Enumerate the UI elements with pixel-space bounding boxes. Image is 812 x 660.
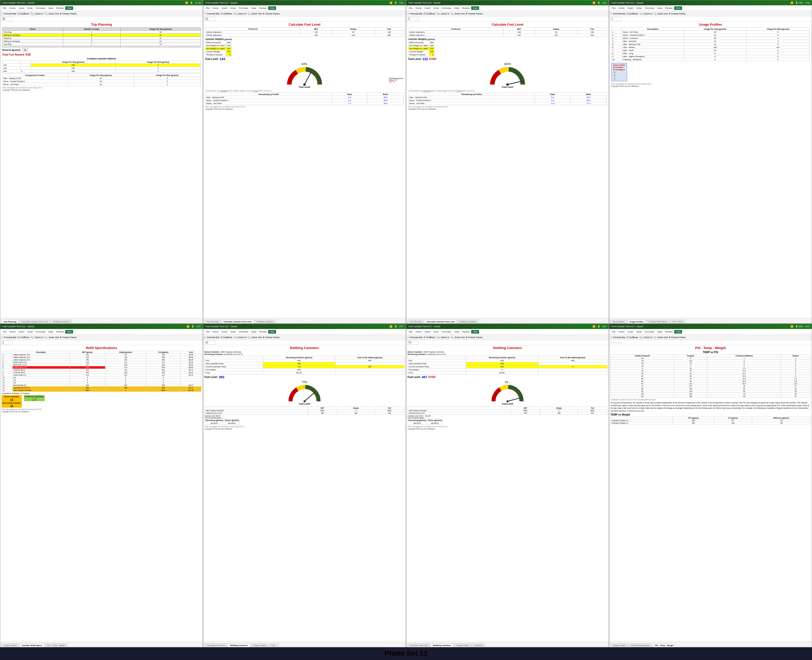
menu-file-5[interactable]: File <box>1 330 8 333</box>
menu-review-8[interactable]: Review <box>664 330 674 333</box>
menu-formulas-4[interactable]: Formulas <box>643 6 656 10</box>
menu-draw-2[interactable]: Draw <box>229 6 237 10</box>
tab-refill-3[interactable]: Refilling Canisters <box>457 320 478 324</box>
menu-formulas-8[interactable]: Formulas <box>643 330 656 333</box>
toolbar-gridlines[interactable]: ☑ Gridlines <box>17 13 29 15</box>
tb-zoomin-3[interactable]: 🔍+ Zoom In <box>436 13 450 15</box>
tb-zoomin-7[interactable]: 🔍+ Zoom In <box>436 336 450 339</box>
tab-psi-5[interactable]: PSI - Temp - Weight <box>45 644 68 647</box>
tab-usage-4[interactable]: Usage Profiles <box>627 320 646 324</box>
menu-review-2[interactable]: Review <box>258 6 269 10</box>
menu-file-3[interactable]: File <box>407 6 414 10</box>
menu-review-1[interactable]: Review <box>55 6 65 10</box>
tab-psi-4[interactable]: PSI - Temp <box>670 320 685 324</box>
tab-refill-2[interactable]: Refilling Canisters <box>255 320 275 324</box>
tab-usage-7[interactable]: Usage Profiles <box>454 644 472 647</box>
tb-freeze-6[interactable]: ❄ Freeze Panes <box>263 336 280 339</box>
menu-view-4[interactable]: View <box>674 6 682 10</box>
menu-insert-6[interactable]: Insert <box>220 330 229 333</box>
menu-draw-4[interactable]: Draw <box>635 6 643 10</box>
menu-data-1[interactable]: Data <box>47 6 55 10</box>
tab-calc-fuel-1[interactable]: Calculate Canister Fuel Level <box>19 320 51 324</box>
menu-view-3[interactable]: View <box>471 6 479 10</box>
tb-zoomout-4[interactable]: 🔍- Zoom Out <box>654 13 668 15</box>
menu-formulas-5[interactable]: Formulas <box>34 330 47 333</box>
menu-insert-7[interactable]: Insert <box>423 330 432 333</box>
menu-file-1[interactable]: File <box>1 6 8 10</box>
tab-canisters-7[interactable]: Canisters <box>472 644 485 647</box>
tb-freeze-7[interactable]: ❄ Freeze Panes <box>465 336 483 339</box>
tb-grid-3[interactable]: ☑ Gridlines <box>424 13 435 15</box>
menu-home-8[interactable]: Home <box>617 330 626 333</box>
tb-freeze-5[interactable]: ❄ Freeze Panes <box>60 336 77 339</box>
menu-home-7[interactable]: Home <box>414 330 423 333</box>
tb-formula-7[interactable]: ✓ Formula Bar <box>407 336 423 339</box>
menu-data-4[interactable]: Data <box>656 6 664 10</box>
tab-trip-3[interactable]: Trip Planning <box>407 320 424 324</box>
toolbar-zoom-in[interactable]: 🔍+ Zoom In <box>30 13 43 15</box>
menu-insert-2[interactable]: Insert <box>220 6 229 10</box>
menu-draw-3[interactable]: Draw <box>432 6 440 10</box>
tb-formula-8[interactable]: ✓ Formula Bar <box>610 336 625 339</box>
tb-freeze-2[interactable]: ❄ Freeze Panes <box>263 13 280 15</box>
menu-data-2[interactable]: Data <box>250 6 258 10</box>
toolbar-freeze[interactable]: ❄ Freeze Panes <box>60 13 77 15</box>
menu-view-1[interactable]: View <box>65 6 73 10</box>
menu-view-2[interactable]: View <box>268 6 276 10</box>
tb-zoomin-6[interactable]: 🔍+ Zoom In <box>233 336 246 339</box>
tb-zoomin-2[interactable]: 🔍+ Zoom In <box>233 13 246 15</box>
menu-insert-8[interactable]: Insert <box>626 330 635 333</box>
tb-zoomout-3[interactable]: 🔍- Zoom Out <box>450 13 465 15</box>
tab-refilling-7[interactable]: Refilling Canisters <box>431 644 453 647</box>
menu-review-6[interactable]: Review <box>258 330 269 333</box>
tb-zoomout-2[interactable]: 🔍- Zoom Out <box>247 13 262 15</box>
tb-zoomout-6[interactable]: 🔍- Zoom Out <box>247 336 262 339</box>
tb-grid-8[interactable]: ☑ Gridlines <box>627 336 638 339</box>
tab-calc-2[interactable]: Calculate Canister Fuel Level <box>221 320 254 324</box>
tb-zoomout-7[interactable]: 🔍- Zoom Out <box>450 336 465 339</box>
tb-grid-6[interactable]: ☑ Gridlines <box>220 336 232 339</box>
menu-file-2[interactable]: File <box>204 6 211 10</box>
tb-freeze-3[interactable]: ❄ Freeze Panes <box>465 13 483 15</box>
tb-formula-3[interactable]: ✓ Formula Bar <box>407 13 423 15</box>
tab-psi-8[interactable]: PSI - Temp - Weight <box>652 644 676 647</box>
menu-insert-5[interactable]: Insert <box>17 330 26 333</box>
menu-draw-5[interactable]: Draw <box>26 330 34 333</box>
tab-refill-specs-4[interactable]: Canister Refill Specs <box>646 320 670 324</box>
menu-formulas-2[interactable]: Formulas <box>237 6 250 10</box>
menu-data-7[interactable]: Data <box>453 330 461 333</box>
tab-refilling-1[interactable]: Refilling Canisters <box>51 320 71 324</box>
menu-file-7[interactable]: File <box>407 330 414 333</box>
tb-grid-5[interactable]: ☑ Gridlines <box>17 336 29 339</box>
menu-home-5[interactable]: Home <box>8 330 17 333</box>
menu-view-7[interactable]: View <box>471 330 479 333</box>
menu-review-5[interactable]: Review <box>55 330 65 333</box>
tb-formula-5[interactable]: ✓ Formula Bar <box>1 336 16 339</box>
tab-refill-specs-8[interactable]: Canister Refill Specs <box>628 644 652 647</box>
tb-formula-4[interactable]: ✓ Formula Bar <box>610 13 625 15</box>
tab-refilling-6[interactable]: Refilling Canisters <box>228 644 250 647</box>
tab-ing-4[interactable]: ing Canisters <box>610 320 627 324</box>
menu-review-4[interactable]: Review <box>664 6 674 10</box>
tab-calc-3[interactable]: Calculate Canister Fuel Level <box>424 320 457 324</box>
tb-formula-6[interactable]: ✓ Formula Bar <box>204 336 220 339</box>
menu-home-4[interactable]: Home <box>617 6 626 10</box>
tab-can-6[interactable]: Can... <box>269 644 279 647</box>
tb-zoomout-5[interactable]: 🔍- Zoom Out <box>44 336 59 339</box>
menu-insert-1[interactable]: Insert <box>17 6 26 10</box>
menu-view-6[interactable]: View <box>268 330 276 333</box>
tb-zoomin-8[interactable]: 🔍+ Zoom In <box>639 336 652 339</box>
menu-review-7[interactable]: Review <box>461 330 472 333</box>
menu-data-3[interactable]: Data <box>453 6 461 10</box>
tb-grid-2[interactable]: ☑ Gridlines <box>220 13 232 15</box>
menu-formulas-7[interactable]: Formulas <box>440 330 453 333</box>
tb-zoomout-8[interactable]: 🔍- Zoom Out <box>654 336 668 339</box>
tb-zoomin-4[interactable]: 🔍+ Zoom In <box>639 13 652 15</box>
menu-draw-6[interactable]: Draw <box>229 330 237 333</box>
menu-insert-4[interactable]: Insert <box>626 6 635 10</box>
menu-file-6[interactable]: File <box>204 330 211 333</box>
toolbar-formula-bar[interactable]: ✓ Formula Bar <box>1 13 16 15</box>
tab-usage-6[interactable]: Usage Profiles <box>251 644 269 647</box>
menu-data-8[interactable]: Data <box>656 330 664 333</box>
menu-review-3[interactable]: Review <box>461 6 472 10</box>
